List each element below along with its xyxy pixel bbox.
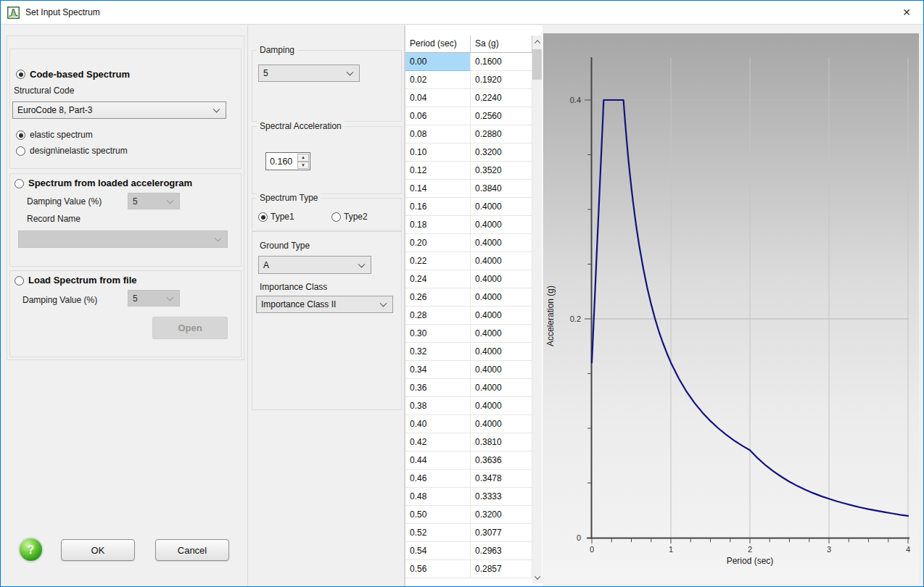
period-cell[interactable]: 0.30 [405,325,471,343]
radio-type2[interactable] [331,212,341,222]
period-cell[interactable]: 0.54 [405,542,471,560]
sa-cell[interactable]: 0.4000 [471,397,532,415]
period-cell[interactable]: 0.20 [405,234,471,252]
period-cell[interactable]: 0.04 [405,89,471,107]
period-cell[interactable]: 0.40 [405,415,471,433]
chevron-down-icon [347,69,354,76]
sa-cell[interactable]: 0.1600 [471,53,532,71]
damping-select[interactable]: 5 [258,64,360,82]
sa-cell[interactable]: 0.4000 [471,270,532,288]
sa-cell[interactable]: 0.3520 [471,162,532,180]
ok-button[interactable]: OK [61,539,135,561]
table-row: 0.060.2560 [405,107,532,125]
cancel-button[interactable]: Cancel [155,539,229,561]
sa-cell[interactable]: 0.4000 [471,216,532,234]
sa-cell[interactable]: 0.4000 [471,379,532,397]
spectrum-table: Period (sec) Sa (g) 0.000.16000.020.1920… [405,25,543,586]
period-cell[interactable]: 0.18 [405,216,471,234]
close-button[interactable]: ✕ [890,1,923,23]
period-cell[interactable]: 0.36 [405,379,471,397]
accel-damping-select[interactable]: 5 [128,193,180,209]
sa-cell[interactable]: 0.1920 [471,71,532,89]
sa-cell[interactable]: 0.3636 [471,451,532,470]
sa-cell[interactable]: 0.2963 [471,542,532,560]
window-title: Set Input Spectrum [25,7,100,17]
sa-cell[interactable]: 0.2240 [471,89,532,107]
chart-background [543,33,919,584]
period-cell[interactable]: 0.28 [405,307,471,325]
sa-cell[interactable]: 0.2560 [471,107,532,125]
radio-type1[interactable] [258,212,268,222]
sa-cell[interactable]: 0.3200 [471,143,532,162]
file-damping-select[interactable]: 5 [128,290,180,307]
radio-spectrum-from-accelerogram[interactable] [15,179,24,188]
ground-type-select[interactable]: A [258,256,371,274]
sa-cell[interactable]: 0.4000 [471,361,532,379]
help-button[interactable]: ? [20,538,42,561]
spectrum-type-group-label: Spectrum Type [257,193,321,203]
scrollbar-thumb[interactable] [532,49,542,80]
period-cell[interactable]: 0.56 [405,560,471,578]
period-cell[interactable]: 0.24 [405,270,471,288]
spectral-acceleration-value: 0.160 [270,157,292,167]
sa-cell[interactable]: 0.4000 [471,307,532,325]
sa-cell[interactable]: 0.4000 [471,415,532,433]
sa-cell[interactable]: 0.3810 [471,433,532,451]
period-cell[interactable]: 0.16 [405,198,471,216]
spin-up-icon[interactable]: ▲ [297,154,309,162]
scroll-up-button[interactable] [532,36,542,48]
period-cell[interactable]: 0.00 [405,53,471,71]
scroll-down-button[interactable] [532,571,542,583]
period-cell[interactable]: 0.44 [405,451,471,470]
radio-elastic-spectrum[interactable] [16,130,25,140]
period-cell[interactable]: 0.32 [405,343,471,361]
period-cell[interactable]: 0.08 [405,125,471,143]
sa-cell[interactable]: 0.3077 [471,524,532,542]
column-header-sa[interactable]: Sa (g) [471,36,532,52]
sa-cell[interactable]: 0.4000 [471,234,532,252]
spin-down-icon[interactable]: ▼ [297,162,309,170]
period-cell[interactable]: 0.22 [405,252,471,270]
sa-cell[interactable]: 0.3333 [471,488,532,506]
period-cell[interactable]: 0.46 [405,470,471,488]
table-row: 0.260.4000 [405,288,532,307]
sa-cell[interactable]: 0.4000 [471,198,532,216]
period-cell[interactable]: 0.38 [405,397,471,415]
period-cell[interactable]: 0.14 [405,180,471,198]
structural-code-select[interactable]: EuroCode 8, Part-3 [12,101,226,119]
radio-code-based-spectrum[interactable] [16,70,25,79]
importance-class-select[interactable]: Importance Class II [256,296,393,313]
column-header-period[interactable]: Period (sec) [405,36,471,52]
radio-inelastic-spectrum[interactable] [16,146,25,156]
period-cell[interactable]: 0.02 [405,71,471,89]
sa-cell[interactable]: 0.2857 [471,560,532,578]
sa-cell[interactable]: 0.3840 [471,180,532,198]
sa-cell[interactable]: 0.4000 [471,252,532,270]
period-cell[interactable]: 0.34 [405,361,471,379]
period-cell[interactable]: 0.06 [405,107,471,125]
sa-cell[interactable]: 0.4000 [471,343,532,361]
period-cell[interactable]: 0.52 [405,524,471,542]
table-row: 0.100.3200 [405,143,532,162]
period-cell[interactable]: 0.26 [405,288,471,307]
app-icon [7,7,20,19]
sa-cell[interactable]: 0.4000 [471,288,532,307]
period-cell[interactable]: 0.48 [405,488,471,506]
sa-cell[interactable]: 0.3200 [471,506,532,524]
period-cell[interactable]: 0.12 [405,162,471,180]
sa-cell[interactable]: 0.2880 [471,125,532,143]
period-cell[interactable]: 0.50 [405,506,471,524]
damping-value: 5 [263,68,268,78]
importance-class-label: Importance Class [260,282,327,292]
table-row: 0.340.4000 [405,361,532,379]
table-scrollbar[interactable] [532,36,542,583]
radio-load-spectrum-from-file[interactable] [15,276,24,286]
x-tick-label: 2 [748,545,752,554]
period-cell[interactable]: 0.10 [405,143,471,162]
sa-cell[interactable]: 0.4000 [471,325,532,343]
spectral-acceleration-input[interactable]: 0.160 ▲▼ [265,152,310,170]
open-button[interactable]: Open [152,317,228,339]
period-cell[interactable]: 0.42 [405,433,471,451]
sa-cell[interactable]: 0.3478 [471,470,532,488]
record-name-select[interactable] [18,230,228,248]
